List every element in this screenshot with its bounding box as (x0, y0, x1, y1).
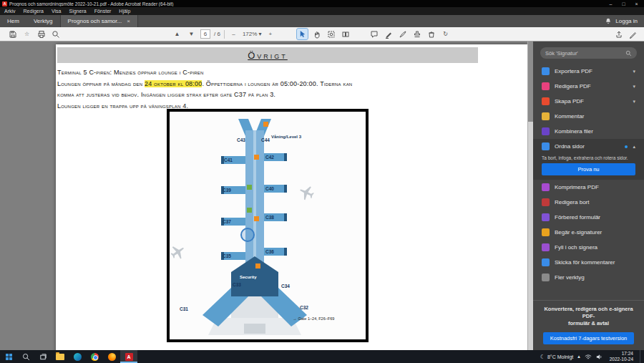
toolbar-select-group (297, 27, 351, 41)
gate-label-c32: C32 (300, 305, 308, 310)
previous-page-button[interactable]: ▲ (172, 29, 182, 39)
comment-icon (542, 112, 550, 120)
taskbar-search-button[interactable] (17, 350, 34, 363)
close-button[interactable]: × (631, 1, 642, 6)
gate-label-c33: C33 (233, 282, 241, 287)
task-view-icon (39, 353, 47, 361)
tool-send-for-comments[interactable]: Skicka för kommentarer (533, 255, 644, 270)
gate-label-c44: C44 (261, 137, 270, 142)
comment-button[interactable] (369, 29, 379, 39)
sidebar-search-box[interactable] (540, 47, 637, 59)
stamp-button[interactable] (411, 29, 422, 39)
show-desktop-button[interactable] (640, 350, 643, 363)
select-tool-button[interactable] (297, 29, 308, 39)
highlight-button[interactable] (383, 29, 394, 39)
tool-prepare-form[interactable]: Förbered formulär (533, 210, 644, 225)
taskbar: A ☾ 8°C Molnigt ▴ 17:24 2022-10-24 (0, 350, 644, 363)
next-page-button[interactable]: ▼ (186, 29, 197, 39)
file-explorer-button[interactable] (52, 350, 69, 363)
pdf-page: Övrigt Terminal 5 C-piren: Menzies öppna… (56, 44, 527, 350)
tool-organize-pages[interactable]: Ordna sidor ▴ (533, 139, 644, 154)
tool-more-tools[interactable]: Fler verktyg (533, 270, 644, 285)
tool-edit-pdf[interactable]: Redigera PDF ▾ (533, 79, 644, 94)
organize-pages-section: Ordna sidor ▴ Ta bort, infoga, extrahera… (533, 139, 644, 180)
tool-compress-pdf[interactable]: Komprimera PDF (533, 180, 644, 195)
chrome-button[interactable] (86, 350, 103, 363)
prepare-form-icon (542, 213, 550, 221)
toolbar-separator (224, 30, 225, 39)
menu-bar: Arkiv Redigera Visa Signera Fönster Hjäl… (0, 7, 644, 15)
level-label: Våning/Level 3 (271, 135, 301, 139)
zoom-in-button[interactable]: + (265, 29, 275, 39)
sign-pen-button[interactable] (397, 29, 408, 39)
gate-label-c39: C39 (223, 188, 231, 193)
tool-comment[interactable]: Kommentar (533, 109, 644, 124)
print-button[interactable] (36, 29, 47, 39)
zoom-level-dropdown[interactable]: 172% ▾ (243, 31, 261, 37)
menu-signera[interactable]: Signera (69, 9, 86, 14)
tab-bar: Hem Verktyg Prognos och samor... × Logga… (0, 15, 644, 27)
pier-structure (203, 119, 307, 335)
tab-home[interactable]: Hem (0, 15, 26, 27)
try-now-button[interactable]: Prova nu (542, 163, 635, 175)
tool-request-signatures[interactable]: Begär e-signaturer (533, 225, 644, 240)
gate-label-c38: C38 (265, 215, 274, 220)
menu-fonster[interactable]: Fönster (94, 9, 112, 14)
menu-hjalp[interactable]: Hjälp (119, 9, 130, 14)
hand-tool-button[interactable] (311, 29, 322, 39)
minimize-button[interactable]: – (605, 1, 616, 6)
tab-close-icon[interactable]: × (127, 18, 130, 24)
chrome-icon (91, 353, 99, 361)
weather-label: 8°C Molnigt (547, 354, 573, 359)
menu-arkiv[interactable]: Arkiv (4, 9, 16, 14)
tab-tools[interactable]: Verktyg (26, 15, 60, 27)
tool-combine-files[interactable]: Kombinera filer (533, 124, 644, 139)
marquee-zoom-button[interactable] (326, 29, 336, 39)
tool-redact[interactable]: Redigera bort (533, 195, 644, 210)
start-button[interactable] (0, 350, 17, 363)
zoom-out-button[interactable]: – (228, 29, 239, 39)
tool-fill-sign[interactable]: Fyll i och signera (533, 240, 644, 255)
maximize-button[interactable]: □ (618, 1, 629, 6)
gate-label-c37: C37 (223, 219, 231, 224)
wifi-icon (585, 354, 592, 360)
page-number-input[interactable]: 6 (200, 29, 210, 39)
sidebar-search-input[interactable] (545, 50, 623, 57)
vertical-scrollbar[interactable] (527, 42, 533, 350)
tool-export-pdf[interactable]: Exportera PDF ▾ (533, 64, 644, 79)
gate-label-c42: C42 (265, 155, 274, 160)
hidden-icons-button[interactable]: ▴ (577, 354, 580, 359)
sign-in-area[interactable]: Logga in (605, 17, 644, 25)
new-feature-dot (625, 145, 628, 148)
share-button[interactable] (613, 29, 624, 39)
save-button[interactable] (7, 29, 18, 39)
favorites-star-button[interactable]: ☆ (21, 29, 32, 39)
section-title: Övrigt (248, 50, 288, 61)
task-view-button[interactable] (34, 350, 52, 363)
scrollbar-thumb[interactable] (528, 42, 533, 122)
text-line-2-pre: Loungen öppnar på måndag den (57, 80, 145, 87)
tools-sidebar: Exportera PDF ▾ Redigera PDF ▾ Skapa PDF… (533, 42, 644, 350)
edge-button[interactable] (69, 350, 86, 363)
fill-sign-button[interactable] (628, 29, 638, 39)
acrobat-taskbar-button[interactable]: A (120, 350, 137, 363)
page-display-button[interactable] (340, 29, 351, 39)
tool-create-pdf[interactable]: Skapa PDF ▾ (533, 94, 644, 109)
free-trial-button[interactable]: Kostnadsfri 7-dagars testversion (543, 332, 634, 344)
clock-widget[interactable]: 17:24 2022-10-24 (608, 351, 635, 362)
promo-line-2: formulär & avtal (539, 320, 638, 327)
refresh-button[interactable]: ↻ (440, 29, 451, 39)
delete-button[interactable] (426, 29, 436, 39)
search-button[interactable] (50, 29, 61, 39)
weather-widget[interactable]: ☾ 8°C Molnigt (540, 354, 573, 360)
volume-button[interactable] (596, 354, 603, 360)
text-line-3: komma att justeras vid behov. Ingången l… (57, 89, 501, 101)
redact-icon (542, 198, 550, 206)
gate-label-c36: C36 (265, 249, 274, 254)
tab-document[interactable]: Prognos och samor... × (60, 15, 138, 27)
menu-visa[interactable]: Visa (52, 9, 62, 14)
menu-redigera[interactable]: Redigera (24, 9, 44, 14)
network-button[interactable] (585, 354, 592, 360)
terminal-map-graphic (170, 112, 366, 339)
firefox-button[interactable] (103, 350, 120, 363)
